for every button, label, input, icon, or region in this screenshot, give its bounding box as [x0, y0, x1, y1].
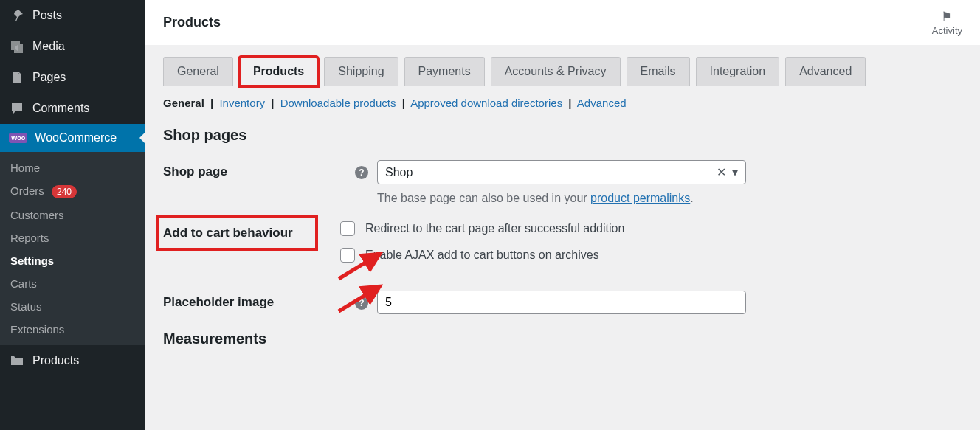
flag-icon: ⚑	[932, 9, 962, 25]
media-icon	[9, 38, 25, 55]
shop-page-hint: The base page can also be used in your p…	[377, 192, 746, 205]
sidebar-item-comments[interactable]: Comments	[0, 93, 145, 124]
pages-icon	[9, 69, 25, 86]
sidebar-sub-home[interactable]: Home	[0, 156, 145, 179]
sidebar-sub-settings[interactable]: Settings	[0, 249, 145, 272]
add-to-cart-behaviour-label: Add to cart behaviour	[156, 215, 318, 251]
sidebar-label: Products	[32, 354, 79, 367]
products-icon	[9, 353, 25, 369]
help-icon[interactable]: ?	[355, 297, 368, 310]
placeholder-image-label: Placeholder image	[163, 291, 355, 310]
tab-payments[interactable]: Payments	[404, 57, 485, 86]
sidebar-submenu: Home Orders 240 Customers Reports Settin…	[0, 152, 145, 345]
sidebar-sub-reports[interactable]: Reports	[0, 226, 145, 249]
orders-count-badge: 240	[52, 185, 77, 198]
top-bar: Products ⚑ Activity	[145, 0, 980, 45]
sub-link-inventory[interactable]: Inventory	[219, 97, 265, 109]
sub-section-links: General | Inventory | Downloadable produ…	[163, 86, 962, 119]
sub-link-advanced[interactable]: Advanced	[577, 97, 627, 109]
tab-shipping[interactable]: Shipping	[324, 57, 398, 86]
main-content: Products ⚑ Activity General Products Shi…	[145, 0, 980, 430]
tab-advanced[interactable]: Advanced	[785, 57, 866, 86]
settings-tabs: General Products Shipping Payments Accou…	[163, 57, 962, 86]
shop-pages-heading: Shop pages	[163, 127, 962, 144]
sidebar-label: Pages	[32, 71, 66, 84]
tab-products[interactable]: Products	[239, 57, 318, 86]
chevron-down-icon: ▾	[732, 165, 738, 179]
redirect-to-cart-checkbox[interactable]	[340, 221, 355, 236]
tab-emails[interactable]: Emails	[627, 57, 690, 86]
sidebar-label: Comments	[32, 102, 89, 115]
shop-page-select[interactable]: Shop ✕ ▾	[377, 160, 746, 184]
sidebar-sub-label: Orders	[10, 184, 44, 197]
sidebar-sub-orders[interactable]: Orders 240	[0, 179, 145, 204]
sidebar-label: Media	[32, 40, 65, 53]
sub-link-current: General	[163, 97, 204, 109]
sub-link-approved-dirs[interactable]: Approved download directories	[410, 97, 562, 109]
sidebar-sub-status[interactable]: Status	[0, 295, 145, 318]
sidebar-item-media[interactable]: Media	[0, 31, 145, 62]
sidebar-sub-customers[interactable]: Customers	[0, 204, 145, 226]
sidebar-item-woocommerce[interactable]: Woo WooCommerce	[0, 124, 145, 152]
sidebar-item-posts[interactable]: Posts	[0, 0, 145, 31]
pin-icon	[9, 7, 25, 24]
redirect-to-cart-label: Redirect to the cart page after successf…	[365, 222, 624, 235]
page-title: Products	[163, 15, 221, 30]
enable-ajax-checkbox[interactable]	[340, 248, 355, 263]
shop-page-value: Shop	[385, 166, 717, 179]
sidebar-sub-carts[interactable]: Carts	[0, 272, 145, 295]
measurements-heading: Measurements	[163, 330, 962, 347]
placeholder-image-input[interactable]	[377, 291, 746, 314]
sidebar-label: Posts	[32, 9, 62, 22]
activity-label: Activity	[932, 25, 962, 36]
tab-accounts-privacy[interactable]: Accounts & Privacy	[491, 57, 621, 86]
sidebar-sub-extensions[interactable]: Extensions	[0, 318, 145, 341]
tab-general[interactable]: General	[163, 57, 233, 86]
sidebar-item-pages[interactable]: Pages	[0, 62, 145, 93]
clear-icon[interactable]: ✕	[717, 165, 726, 179]
activity-button[interactable]: ⚑ Activity	[932, 9, 962, 36]
enable-ajax-label: Enable AJAX add to cart buttons on archi…	[365, 249, 599, 262]
product-permalinks-link[interactable]: product permalinks	[590, 192, 690, 204]
woocommerce-icon: Woo	[9, 133, 27, 143]
comment-icon	[9, 100, 25, 117]
shop-page-label: Shop page	[163, 160, 355, 179]
sidebar-label: WooCommerce	[35, 131, 117, 145]
sub-link-downloadable[interactable]: Downloadable products	[280, 97, 396, 109]
tab-integration[interactable]: Integration	[696, 57, 780, 86]
help-icon[interactable]: ?	[355, 166, 368, 179]
admin-sidebar: Posts Media Pages Comments Woo WooCommer…	[0, 0, 145, 430]
sidebar-item-products[interactable]: Products	[0, 345, 145, 376]
